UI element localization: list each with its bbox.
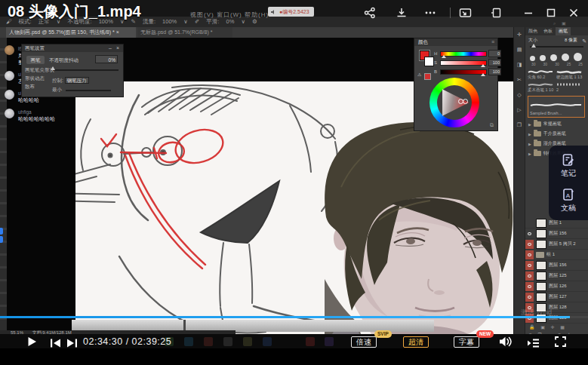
brush-button[interactable]: 画笔 — [26, 56, 45, 64]
dock-window-icon[interactable] — [489, 5, 504, 20]
minimum-slider[interactable] — [66, 90, 111, 91]
player-notice-pill[interactable]: ●编号2.5423 — [268, 7, 314, 17]
quality-button[interactable]: 超清 — [403, 336, 429, 348]
panel-close-icon[interactable]: – × — [109, 44, 121, 52]
layer-thumbnail[interactable] — [536, 229, 546, 238]
close-icon[interactable] — [566, 5, 581, 20]
brush-item-selected[interactable]: Sampled Brush... — [528, 96, 585, 118]
gamut-swatch[interactable] — [424, 73, 431, 80]
color-panel-title[interactable]: 颜色 — [414, 38, 497, 46]
brush-item[interactable]: 尖角 60.2 — [528, 69, 556, 80]
maximize-icon[interactable] — [543, 5, 559, 20]
layer-thumbnail[interactable] — [536, 282, 546, 291]
hue-slider[interactable] — [440, 51, 487, 57]
minimize-icon[interactable] — [521, 5, 536, 20]
tab-close-icon[interactable]: × — [116, 29, 119, 35]
layer-row[interactable]: 图层 156 — [525, 229, 588, 239]
brush-folder[interactable]: ▶干介质画笔 — [525, 129, 588, 139]
color-panel[interactable]: 颜色 ≡ ⚠ H 0 S 100 B 100 — [414, 38, 498, 131]
left-edge-indicator[interactable] — [0, 236, 3, 243]
transcript-button[interactable]: A 文稿 — [561, 188, 576, 213]
layer-group-row[interactable]: 组 1 — [525, 250, 588, 260]
brush-tip[interactable] — [530, 56, 535, 61]
pen-pressure-icon[interactable]: ✎ — [582, 36, 586, 46]
brush-settings-panel[interactable]: 画笔设置 – × 画笔 不透明度抖动 0% 画笔笔尖形状 形状动态 散布 控制:… — [21, 44, 124, 97]
left-edge-indicator[interactable] — [0, 228, 3, 235]
hue-handle[interactable] — [442, 55, 446, 58]
panel-title[interactable]: 画笔设置 — [22, 44, 123, 52]
brightness-slider[interactable] — [440, 69, 487, 75]
layer-thumbnail[interactable] — [536, 293, 546, 302]
brightness-value[interactable]: 100 — [488, 68, 501, 75]
notes-button[interactable]: 笔记 — [561, 153, 576, 179]
ps-tab-inactive[interactable]: 无标题.psd @ 51.7%(RGB/8) * — [137, 27, 232, 38]
layer-thumbnail[interactable] — [536, 219, 546, 228]
panel-resize-icon[interactable]: ⧉ — [490, 122, 494, 128]
visibility-cell[interactable] — [525, 293, 534, 302]
shape-dynamics-item[interactable]: 形状动态 — [25, 75, 45, 82]
saturation-slider[interactable] — [440, 60, 487, 66]
size-slider-handle[interactable] — [531, 44, 536, 48]
ps-tab-active[interactable]: 人物刻画.psd @ 55.7%(图层 150, 书法纸/8) * × — [6, 27, 136, 38]
size-value[interactable]: 8 像素 — [565, 35, 577, 45]
more-icon[interactable] — [423, 5, 438, 20]
saturation-value[interactable]: 100 — [488, 59, 501, 66]
group-folder-icon[interactable] — [536, 252, 544, 258]
brush-tip[interactable] — [540, 55, 546, 61]
tab-swatches[interactable]: 色板 — [540, 27, 556, 35]
layer-row[interactable]: 图层 156 — [525, 260, 588, 271]
layer-lock-row[interactable]: 🔒 ▣ ✛ ▦ — [525, 324, 588, 331]
chevron-right-icon[interactable]: ▶ — [528, 152, 531, 156]
brush-folder[interactable]: ▶常规画笔 — [525, 119, 588, 129]
tab-color[interactable]: 颜色 — [525, 27, 540, 35]
layer-thumbnail[interactable] — [536, 271, 546, 281]
visibility-cell[interactable] — [525, 219, 534, 228]
gamut-warning-icon[interactable]: ⚠ — [417, 72, 421, 77]
chevron-right-icon[interactable]: ▶ — [528, 132, 531, 136]
jitter-slider[interactable] — [49, 69, 119, 71]
panel-menu-icon[interactable]: ≡ — [491, 38, 494, 46]
scatter-item[interactable]: 散布 — [25, 84, 35, 90]
video-content[interactable]: 人物刻画.psd @ 55.7%(图层 150, 书法纸/8) * × 无标题.… — [0, 27, 588, 334]
ps-panel-icon-strip[interactable]: ✛▤◨✂◇▷❐ — [513, 27, 525, 334]
visibility-cell[interactable] — [525, 282, 534, 291]
chevron-right-icon[interactable]: ▶ — [528, 142, 531, 146]
layer-row[interactable]: 图层 127 — [525, 292, 588, 302]
brush-tip[interactable] — [562, 54, 569, 61]
color-wheel[interactable] — [429, 78, 479, 127]
visibility-cell[interactable] — [525, 229, 534, 238]
visibility-cell[interactable] — [525, 250, 534, 259]
visibility-cell[interactable] — [525, 261, 534, 270]
brush-item[interactable]: 2 — [556, 81, 585, 93]
speed-button[interactable]: 倍速 — [351, 336, 377, 348]
saturation-handle[interactable] — [481, 64, 485, 67]
progress-bar[interactable] — [0, 316, 588, 318]
layer-row[interactable]: 图层 126 — [525, 281, 588, 292]
download-icon[interactable] — [394, 5, 409, 20]
layer-row[interactable]: 图层 5 拷贝 2 — [525, 239, 588, 250]
visibility-cell[interactable] — [525, 271, 534, 281]
control-value[interactable]: 钢笔压力 — [65, 77, 89, 84]
layer-row[interactable]: 图层 125 — [525, 271, 588, 281]
share-icon[interactable] — [362, 5, 377, 20]
visibility-cell[interactable] — [525, 240, 534, 249]
chevron-right-icon[interactable]: ▶ — [528, 122, 531, 127]
brush-tip[interactable] — [550, 54, 557, 61]
brightness-handle[interactable] — [481, 73, 485, 76]
background-swatch[interactable] — [424, 57, 434, 66]
brush-item[interactable]: 柔木画笔 1 10 — [528, 81, 556, 93]
color-cursor[interactable] — [463, 99, 468, 104]
brush-tip[interactable] — [574, 53, 582, 61]
layer-thumbnail[interactable] — [536, 261, 546, 270]
layer-thumbnail[interactable] — [536, 240, 546, 249]
opacity-jitter-value[interactable]: 0% — [95, 55, 118, 63]
brush-tip-item[interactable]: 画笔笔尖形状 — [25, 67, 54, 74]
tab-brushes[interactable]: 画笔 — [556, 27, 571, 35]
control-row[interactable]: 控制: 钢笔压力 — [52, 78, 89, 84]
hue-value[interactable]: 0 — [488, 50, 501, 57]
mini-player-icon[interactable] — [457, 5, 473, 20]
brush-item[interactable]: 硬边圆笔 1 13 — [556, 69, 585, 80]
size-slider[interactable] — [530, 46, 583, 48]
subtitle-button[interactable]: 字幕 — [454, 336, 479, 348]
avatar — [5, 90, 14, 100]
